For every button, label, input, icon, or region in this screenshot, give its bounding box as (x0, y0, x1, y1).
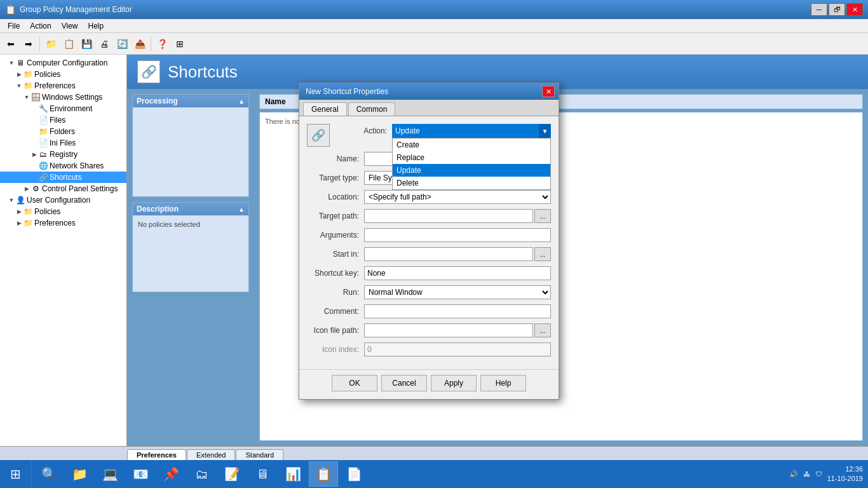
app-icon: 📋 (5, 4, 16, 15)
ini-icon: 📄 (38, 138, 48, 148)
sidebar-item-computer-config[interactable]: ▼ 🖥 Computer Configuration (0, 57, 126, 69)
taskbar-item-desktop[interactable]: 🖥 (248, 461, 277, 487)
action-option-create[interactable]: Create (393, 139, 550, 151)
sidebar-item-folders[interactable]: 📁 Folders (0, 126, 126, 137)
restore-button[interactable]: 🗗 (829, 3, 845, 16)
taskbar-item-gpe[interactable]: 📋 (309, 461, 338, 487)
sidebar-item-windows-settings[interactable]: ▼ 🪟 Windows Settings (0, 92, 126, 103)
taskbar-item-folder[interactable]: 📁 (65, 461, 94, 487)
sidebar-item-policies[interactable]: ▶ 📁 Policies (0, 69, 126, 80)
icon-file-path-input[interactable] (364, 323, 533, 337)
taskbar-item-notes[interactable]: 📝 (217, 461, 247, 487)
clock-date: 11-10-2019 (827, 474, 863, 484)
toolbar-refresh[interactable]: 🔄 (114, 36, 130, 52)
icon-index-input[interactable] (364, 342, 551, 356)
tab-preferences[interactable]: Preferences (127, 449, 186, 460)
sidebar-item-registry[interactable]: ▶ 🗂 Registry (0, 149, 126, 160)
description-panel-title: Description (137, 205, 179, 214)
action-row: Action: Update ▼ Create Replace Update D… (335, 124, 551, 138)
run-row: Run: Normal Window (307, 285, 551, 299)
description-text: No policies selected (138, 220, 200, 228)
arguments-input[interactable] (364, 228, 551, 242)
toolbar-new[interactable]: 📋 (60, 36, 77, 52)
sidebar-item-user-policies[interactable]: ▶ 📁 Policies (0, 206, 126, 217)
taskbar-item-terminal[interactable]: 💻 (95, 461, 125, 487)
toolbar-forward[interactable]: ➡ (20, 36, 37, 52)
taskbar-clock[interactable]: 12:36 11-10-2019 (827, 464, 863, 484)
menu-help[interactable]: Help (83, 20, 109, 32)
processing-panel-body (133, 107, 248, 196)
taskbar-item-doc[interactable]: 📄 (339, 461, 369, 487)
modal-tabs: General Common (299, 100, 559, 116)
run-select[interactable]: Normal Window (364, 285, 551, 299)
toolbar-back[interactable]: ⬅ (3, 36, 19, 52)
sidebar-item-files[interactable]: 📄 Files (0, 114, 126, 126)
target-path-browse-button[interactable]: ... (534, 209, 551, 223)
sidebar-item-ini-files[interactable]: 📄 Ini Files (0, 137, 126, 149)
ok-button[interactable]: OK (332, 375, 377, 391)
menu-view[interactable]: View (57, 20, 83, 32)
expand-icon: ▶ (15, 208, 23, 215)
comment-input[interactable] (364, 304, 551, 318)
tab-standard[interactable]: Standard (236, 449, 283, 460)
toolbar-view[interactable]: ⊞ (172, 36, 188, 52)
dropdown-arrow-icon: ▼ (539, 124, 550, 138)
action-dropdown[interactable]: Update ▼ (392, 124, 551, 138)
modal-title-bar: New Shortcut Properties ✕ (299, 83, 559, 100)
window-controls: ─ 🗗 ✕ (811, 3, 863, 16)
toolbar-open[interactable]: 📁 (43, 36, 59, 52)
modal-tab-general[interactable]: General (303, 102, 347, 116)
sidebar-item-control-panel[interactable]: ▶ ⚙ Control Panel Settings (0, 183, 126, 194)
action-option-replace[interactable]: Replace (393, 151, 550, 164)
sidebar-item-preferences[interactable]: ▼ 📁 Preferences (0, 80, 126, 92)
menu-action[interactable]: Action (25, 20, 56, 32)
arguments-label: Arguments: (307, 231, 364, 240)
expand-icon: ▶ (31, 151, 38, 158)
icon-file-browse-button[interactable]: ... (534, 323, 551, 337)
tab-extended[interactable]: Extended (187, 449, 235, 460)
sidebar-item-environment[interactable]: 🔧 Environment (0, 103, 126, 114)
cancel-button[interactable]: Cancel (381, 375, 427, 391)
page-title: Shortcuts (168, 62, 238, 82)
action-option-update[interactable]: Update (393, 164, 550, 177)
taskbar-item-files[interactable]: 🗂 (187, 461, 216, 487)
toolbar-export[interactable]: 📤 (132, 36, 148, 52)
start-in-browse-button[interactable]: ... (534, 247, 551, 261)
location-select[interactable]: <Specify full path> (364, 190, 551, 204)
taskbar-item-search[interactable]: 🔍 (34, 461, 64, 487)
taskbar-item-pin[interactable]: 📌 (156, 461, 186, 487)
menu-file[interactable]: File (3, 20, 25, 32)
sidebar: ▼ 🖥 Computer Configuration ▶ 📁 Policies … (0, 55, 127, 446)
modal-tab-common[interactable]: Common (348, 102, 396, 116)
sidebar-item-network-shares[interactable]: 🌐 Network Shares (0, 160, 126, 172)
taskbar: ⊞ 🔍 📁 💻 📧 📌 🗂 📝 🖥 📊 📋 📄 🔊 🖧 🛡 12:36 11-1… (0, 460, 868, 488)
icon-index-row: Icon index: (307, 342, 551, 356)
shortcut-preview-icon: 🔗 (307, 124, 330, 147)
left-panels: Processing ▲ Description ▲ No policies s… (127, 89, 254, 446)
start-button[interactable]: ⊞ (0, 460, 32, 488)
description-panel-collapse[interactable]: ▲ (238, 206, 245, 213)
toolbar-save[interactable]: 💾 (78, 36, 95, 52)
toolbar-help[interactable]: ❓ (154, 36, 170, 52)
processing-panel-collapse[interactable]: ▲ (238, 98, 245, 105)
help-button[interactable]: Help (480, 375, 526, 391)
close-button[interactable]: ✕ (846, 3, 863, 16)
shortcut-key-input[interactable] (364, 266, 551, 280)
target-path-row: Target path: ... (307, 209, 551, 223)
start-in-input[interactable] (364, 247, 533, 261)
taskbar-item-chart[interactable]: 📊 (278, 461, 308, 487)
sidebar-item-user-config[interactable]: ▼ 👤 User Configuration (0, 194, 126, 206)
minimize-button[interactable]: ─ (811, 3, 827, 16)
taskbar-item-email[interactable]: 📧 (126, 461, 155, 487)
target-path-input[interactable] (364, 209, 533, 223)
sidebar-item-shortcuts[interactable]: 🔗 Shortcuts (0, 172, 126, 183)
expand-icon (31, 174, 38, 180)
apply-button[interactable]: Apply (431, 375, 477, 391)
folder-icon: 📁 (23, 218, 33, 228)
modal-close-button[interactable]: ✕ (542, 86, 555, 97)
clock-time: 12:36 (827, 464, 863, 474)
sidebar-item-user-preferences[interactable]: ▶ 📁 Preferences (0, 217, 126, 229)
file-icon: 📄 (38, 115, 48, 125)
toolbar-print[interactable]: 🖨 (96, 36, 112, 52)
action-option-delete[interactable]: Delete (393, 177, 550, 189)
